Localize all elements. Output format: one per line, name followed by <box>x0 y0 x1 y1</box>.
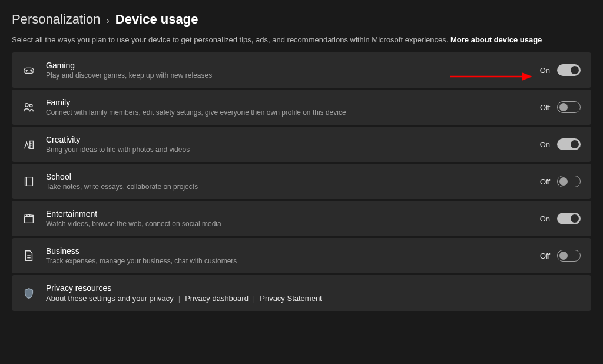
page-title: Device usage <box>115 12 198 27</box>
card-business: Business Track expenses, manage your bus… <box>12 238 591 273</box>
svg-point-3 <box>31 70 31 70</box>
card-privacy-resources: Privacy resources About these settings a… <box>12 275 591 311</box>
card-creativity: Creativity Bring your ideas to life with… <box>12 127 591 162</box>
gaming-toggle[interactable] <box>557 64 581 76</box>
gamepad-icon <box>22 64 35 77</box>
card-gaming: Gaming Play and discover games, keep up … <box>12 52 591 88</box>
page-subtitle: Select all the ways you plan to use your… <box>12 35 591 44</box>
breadcrumb-parent[interactable]: Personalization <box>12 12 100 27</box>
svg-rect-11 <box>25 216 34 223</box>
svg-point-6 <box>29 104 32 107</box>
card-entertainment: Entertainment Watch videos, browse the w… <box>12 201 591 236</box>
privacy-link-dashboard[interactable]: Privacy dashboard <box>185 294 249 303</box>
shield-icon <box>22 287 35 300</box>
card-family: Family Connect with family members, edit… <box>12 90 591 125</box>
people-icon <box>22 101 35 114</box>
privacy-link-about[interactable]: About these settings and your privacy <box>46 294 174 303</box>
business-toggle[interactable] <box>557 250 581 262</box>
card-desc: Connect with family members, edit safety… <box>46 108 525 117</box>
subtitle-text: Select all the ways you plan to use your… <box>12 35 450 44</box>
chevron-right-icon: › <box>106 15 109 26</box>
card-title: Creativity <box>46 135 525 144</box>
family-toggle[interactable] <box>557 101 581 113</box>
notebook-icon <box>22 175 35 188</box>
entertainment-toggle[interactable] <box>557 213 581 224</box>
card-desc: Bring your ideas to life with photos and… <box>46 145 525 154</box>
card-desc: Play and discover games, keep up with ne… <box>46 71 525 80</box>
separator: | <box>178 294 180 303</box>
svg-point-4 <box>32 71 32 71</box>
card-title: Gaming <box>46 61 525 70</box>
card-title: School <box>46 172 525 181</box>
separator: | <box>253 294 255 303</box>
school-toggle[interactable] <box>557 176 581 187</box>
pencil-ruler-icon <box>22 138 35 151</box>
toggle-state-label: Off <box>536 103 550 112</box>
privacy-link-statement[interactable]: Privacy Statement <box>260 294 322 303</box>
card-desc: Take notes, write essays, collaborate on… <box>46 183 525 191</box>
card-title: Business <box>46 246 525 256</box>
clapperboard-icon <box>22 212 35 225</box>
card-title: Entertainment <box>46 209 525 219</box>
toggle-state-label: Off <box>536 177 550 186</box>
document-icon <box>22 249 35 262</box>
more-about-link[interactable]: More about device usage <box>450 35 542 44</box>
toggle-state-label: On <box>536 66 550 75</box>
creativity-toggle[interactable] <box>557 138 581 150</box>
card-title: Family <box>46 98 525 107</box>
toggle-state-label: On <box>536 214 550 223</box>
svg-rect-9 <box>25 177 33 186</box>
card-school: School Take notes, write essays, collabo… <box>12 164 591 199</box>
toggle-state-label: On <box>536 140 550 149</box>
toggle-state-label: Off <box>536 252 550 260</box>
breadcrumb: Personalization › Device usage <box>12 12 591 27</box>
card-title: Privacy resources <box>46 283 581 293</box>
svg-point-5 <box>25 104 29 107</box>
card-desc: Track expenses, manage your business, ch… <box>46 257 525 265</box>
card-desc: Watch videos, browse the web, connect on… <box>46 220 525 228</box>
